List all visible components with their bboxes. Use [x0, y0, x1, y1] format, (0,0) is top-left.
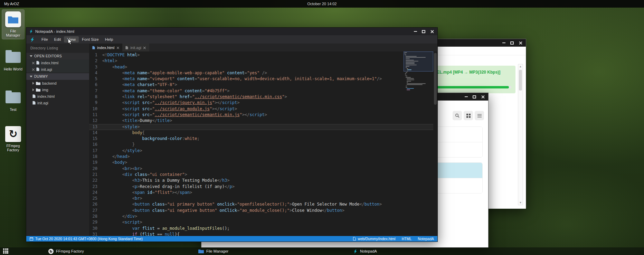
code-line-8[interactable]: 8 <link rel="stylesheet" href="../script… [89, 94, 437, 100]
editor-scrollbar[interactable] [433, 52, 437, 236]
code-line-9[interactable]: 9 <script src="../script/jquery.min.js">… [89, 100, 437, 106]
code-line-10[interactable]: 10 <script src="../script/ao_module.js">… [89, 106, 437, 112]
minimap-line [407, 89, 410, 90]
menu-help[interactable]: Help [102, 36, 116, 42]
minimize-icon[interactable] [411, 28, 419, 35]
code-line-16[interactable]: 16 } [89, 142, 437, 148]
tree-item-backend[interactable]: backend [26, 80, 89, 86]
grid-view-button[interactable] [464, 111, 473, 120]
desktop-icon-file-manager[interactable]: File Manager [2, 10, 24, 39]
menu-file[interactable]: File [38, 36, 51, 42]
scroll-thumb[interactable] [519, 70, 522, 91]
close-icon[interactable] [143, 46, 146, 49]
taskbar-item-notepada[interactable]: NotepadA [353, 247, 377, 255]
code-line-21[interactable]: 21 <div class="ui container"> [89, 172, 437, 178]
code-editor[interactable]: 1<!DOCTYPE html>2<html>3 <head>4 <meta n… [89, 52, 437, 236]
code-text: <div class="ui container"> [102, 172, 187, 178]
status-filepath[interactable]: web/Dummy/index.html [358, 237, 396, 241]
code-line-12[interactable]: 12 <title>Dummy</title> [89, 118, 437, 124]
search-button[interactable] [453, 111, 462, 120]
menu-edit[interactable]: Edit [51, 36, 64, 42]
mouse-cursor [68, 38, 73, 47]
code-line-31[interactable]: 31 if (flist == null){ [89, 232, 437, 236]
desktop-icon-test[interactable]: Test [2, 88, 24, 113]
code-line-11[interactable]: 11 <script src="../script/semantic/seman… [89, 112, 437, 118]
code-line-5[interactable]: 5 <meta name="viewport" content="user-sc… [89, 76, 437, 82]
editor-area[interactable]: index.htmlinit.agi 1<!DOCTYPE html>2<htm… [89, 44, 437, 236]
desktop-icon-ffmpeg-factory[interactable]: ↻FFmpeg Factory [2, 124, 24, 154]
code-line-7[interactable]: 7 <meta name="theme-color" content="#4b7… [89, 88, 437, 94]
minimap-line [406, 62, 415, 63]
close-icon[interactable] [116, 46, 119, 49]
code-text: <link rel="stylesheet" href="../script/s… [102, 94, 287, 100]
tree-item-init.agi[interactable]: init.agi [26, 100, 89, 106]
tree-item-img[interactable]: img [26, 86, 89, 93]
tree-item-open-editors[interactable]: OPEN EDITORS [26, 53, 89, 59]
code-line-3[interactable]: 3 <head> [89, 64, 437, 70]
minimap[interactable] [404, 52, 433, 95]
code-line-25[interactable]: 25 <br> [89, 196, 437, 201]
code-line-27[interactable]: 27 <button class="ui negative button" on… [89, 208, 437, 214]
code-line-15[interactable]: 15 background-color:white; [89, 136, 437, 142]
ffmpeg-factory-icon: ↻ [48, 249, 54, 254]
code-line-20[interactable]: 20 <br><br> [89, 166, 437, 172]
code-text: <!DOCTYPE html> [102, 52, 140, 58]
notepada-titlebar[interactable]: NotepadA - index.html [26, 28, 437, 35]
line-number: 8 [89, 94, 102, 100]
close-icon[interactable] [32, 62, 35, 64]
menu-font-size[interactable]: Font Size [79, 36, 102, 42]
code-line-13[interactable]: 13 <style> [89, 124, 437, 130]
conversion-task-label: NNEL.mp4 [MP4 → MP3(320 Kbps)] [431, 70, 511, 75]
tree-item-init.agi[interactable]: init.agi [26, 66, 89, 73]
code-line-18[interactable]: 18 </head> [89, 154, 437, 160]
notepada-icon [353, 249, 358, 254]
code-line-14[interactable]: 14 body{ [89, 130, 437, 136]
clock: October 20 14:02 [0, 2, 644, 6]
line-number: 4 [89, 70, 102, 76]
launcher-grid-icon[interactable] [3, 248, 9, 254]
status-language[interactable]: HTML [402, 237, 412, 241]
maximize-icon[interactable] [470, 94, 479, 100]
code-line-23[interactable]: 23 <p>Received drag-in filelist (if any)… [89, 184, 437, 190]
maximize-icon[interactable] [419, 28, 428, 35]
close-icon[interactable] [516, 40, 524, 46]
taskbar-item-ffmpeg-factory[interactable]: ↻FFmpeg Factory [48, 247, 84, 255]
tree-item-index.html[interactable]: index.html [26, 93, 89, 100]
minimap-line [406, 86, 407, 86]
code-line-19[interactable]: 19 <body> [89, 160, 437, 166]
code-line-4[interactable]: 4 <meta name="apple-mobile-web-app-capab… [89, 70, 437, 76]
scrollbar[interactable]: ▲ ▼ [518, 64, 523, 205]
code-text: } [102, 142, 135, 148]
status-appname: NotepadA [418, 237, 434, 241]
minimize-icon[interactable] [500, 40, 508, 46]
code-line-26[interactable]: 26 <button class="ui primary button" onc… [89, 201, 437, 207]
maximize-icon[interactable] [508, 40, 516, 46]
line-number: 22 [89, 178, 102, 183]
list-view-button[interactable] [475, 111, 484, 120]
scroll-down-icon[interactable]: ▼ [518, 201, 523, 204]
close-icon[interactable] [479, 94, 487, 100]
code-line-22[interactable]: 22 <h3>This is a Dummy Testing Module</h… [89, 178, 437, 183]
code-line-1[interactable]: 1<!DOCTYPE html> [89, 52, 437, 58]
code-line-6[interactable]: 6 <meta charset="UTF-8"> [89, 82, 437, 88]
code-text: <h3>This is a Dummy Testing Module</h3> [102, 178, 230, 183]
scroll-up-icon[interactable]: ▲ [518, 65, 523, 68]
taskbar-item-file-manager[interactable]: File Manager [198, 247, 228, 255]
tree-item-index.html[interactable]: index.html [26, 59, 89, 66]
code-text: <meta name="apple-mobile-web-app-capable… [102, 70, 267, 76]
minimap-line [407, 71, 408, 72]
tree-item-dummy[interactable]: DUMMY [26, 73, 89, 80]
code-text: <script src="../script/jquery.min.js"></… [102, 100, 239, 106]
code-line-30[interactable]: 30 var flist = ao_module_loadInputFiles(… [89, 226, 437, 232]
desktop-icon-hello-world[interactable]: Hello World [2, 48, 24, 73]
minimize-icon[interactable] [462, 94, 470, 100]
close-icon[interactable] [32, 68, 35, 71]
tab-init.agi[interactable]: init.agi [122, 44, 149, 51]
close-icon[interactable] [428, 28, 436, 35]
code-line-24[interactable]: 24 <span id="flist"></span> [89, 190, 437, 196]
code-line-2[interactable]: 2<html> [89, 58, 437, 64]
code-line-28[interactable]: 28 </div> [89, 214, 437, 219]
tab-index.html[interactable]: index.html [89, 44, 122, 51]
code-line-17[interactable]: 17 </style> [89, 148, 437, 154]
code-line-29[interactable]: 29 <script> [89, 219, 437, 225]
